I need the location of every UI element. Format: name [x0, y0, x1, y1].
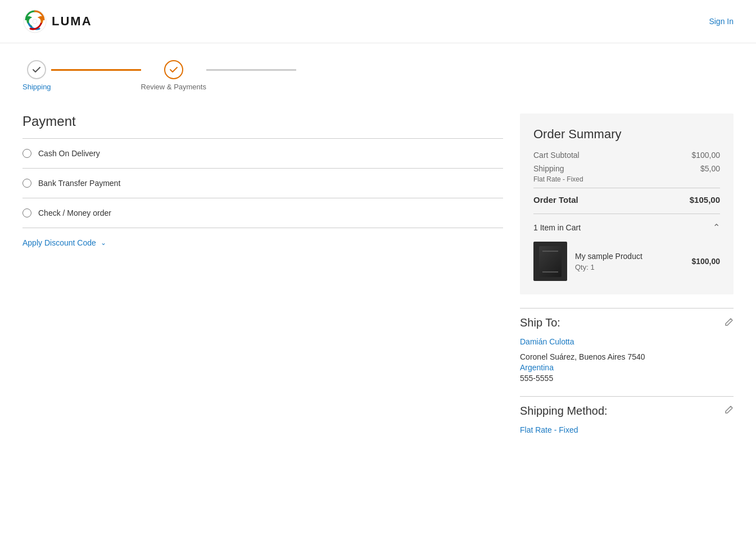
shipping-label: Shipping [533, 164, 564, 173]
step-connector-2 [206, 69, 296, 71]
ship-to-address: Coronel Suárez, Buenos Aires 7540 [520, 351, 734, 363]
chevron-up-icon: ⌃ [713, 222, 720, 233]
payment-option-check: Check / Money order [22, 198, 503, 228]
payment-label-bank[interactable]: Bank Transfer Payment [38, 179, 120, 188]
sign-in-link[interactable]: Sign In [709, 17, 734, 26]
order-total-value: $105,00 [690, 195, 720, 205]
ship-to-name: Damián Culotta [520, 337, 734, 346]
apply-discount-button[interactable]: Apply Discount Code ⌄ [22, 238, 106, 247]
order-summary-title: Order Summary [533, 127, 720, 142]
logo-text: LUMA [52, 14, 92, 29]
cart-subtotal-value: $100,00 [691, 151, 720, 160]
product-info: My sample Product Qty: 1 [575, 252, 683, 271]
payment-option-cash: Cash On Delivery [22, 139, 503, 169]
ship-to-phone: 555-5555 [520, 372, 734, 384]
product-image-inner [539, 246, 562, 277]
step-review-circle [164, 60, 183, 79]
shipping-method-header: Shipping Method: [520, 405, 734, 418]
ship-to-country: Argentina [520, 363, 734, 372]
header: LUMA Sign In [0, 0, 756, 43]
ship-to-section: Ship To: Damián Culotta Coronel Suárez, … [520, 308, 734, 385]
logo: LUMA [22, 9, 92, 34]
payment-radio-check[interactable] [22, 208, 31, 217]
cart-items-toggle[interactable]: 1 Item in Cart ⌃ [533, 222, 720, 233]
shipping-method-edit-icon[interactable] [725, 405, 734, 416]
shipping-method-value: Flat Rate - Fixed [520, 425, 734, 434]
ship-to-title: Ship To: [520, 316, 560, 329]
step-review: Review & Payments [141, 60, 206, 91]
step-shipping: Shipping [22, 60, 51, 91]
svg-point-1 [33, 19, 37, 24]
cart-subtotal-label: Cart Subtotal [533, 151, 580, 160]
main-content: Payment Cash On Delivery Bank Transfer P… [0, 102, 756, 434]
ship-to-header: Ship To: [520, 316, 734, 329]
discount-section: Apply Discount Code ⌄ [22, 228, 503, 257]
shipping-row: Shipping $5,00 [533, 164, 720, 173]
shipping-method-section: Shipping Method: Flat Rate - Fixed [520, 396, 734, 434]
cart-item: My sample Product Qty: 1 $100,00 [533, 242, 720, 281]
right-panel: Order Summary Cart Subtotal $100,00 Ship… [520, 102, 734, 434]
chevron-down-icon: ⌄ [101, 239, 106, 247]
step-review-label[interactable]: Review & Payments [141, 83, 206, 91]
ship-to-edit-icon[interactable] [725, 317, 734, 329]
cart-subtotal-row: Cart Subtotal $100,00 [533, 151, 720, 160]
order-total-row: Order Total $105,00 [533, 188, 720, 205]
product-qty: Qty: 1 [575, 263, 683, 271]
cart-items-section: 1 Item in Cart ⌃ My sample Product Qty: … [533, 214, 720, 281]
checkout-progress: Shipping Review & Payments [0, 43, 756, 102]
step-shipping-label[interactable]: Shipping [22, 83, 51, 91]
checkmark-active-icon [169, 65, 178, 74]
order-total-label: Order Total [533, 195, 578, 205]
payment-label-check[interactable]: Check / Money order [38, 208, 111, 217]
product-name: My sample Product [575, 252, 683, 261]
step-connector-1 [51, 69, 141, 71]
product-image [533, 242, 567, 281]
payment-radio-bank[interactable] [22, 179, 31, 188]
payment-label-cash[interactable]: Cash On Delivery [38, 149, 100, 158]
product-price: $100,00 [691, 257, 720, 266]
shipping-method-title: Shipping Method: [520, 405, 608, 418]
cart-count-label: 1 Item in Cart [533, 223, 581, 232]
order-summary-box: Order Summary Cart Subtotal $100,00 Ship… [520, 114, 734, 294]
payment-title: Payment [22, 114, 503, 129]
shipping-method-sub: Flat Rate - Fixed [533, 175, 720, 183]
left-panel: Payment Cash On Delivery Bank Transfer P… [22, 102, 503, 434]
step-shipping-circle [27, 60, 46, 79]
apply-discount-label: Apply Discount Code [22, 238, 96, 247]
payment-option-bank: Bank Transfer Payment [22, 169, 503, 198]
shipping-value: $5,00 [700, 164, 720, 173]
payment-radio-cash[interactable] [22, 149, 31, 158]
checkmark-icon [32, 65, 41, 74]
luma-logo-icon [22, 9, 47, 34]
